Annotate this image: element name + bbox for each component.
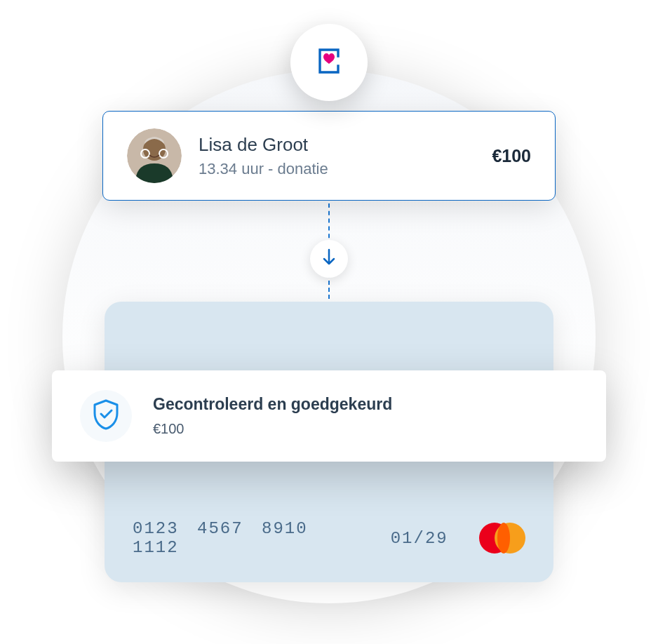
card-bottom-row: 0123 4567 8910 1112 01/29 xyxy=(133,519,525,557)
donation-card: Lisa de Groot 13.34 uur - donatie €100 xyxy=(102,111,556,201)
card-number: 0123 4567 8910 1112 xyxy=(133,519,360,557)
flow-line xyxy=(328,203,330,246)
avatar xyxy=(127,128,182,183)
approval-title: Gecontroleerd en goedgekeurd xyxy=(153,395,578,414)
mastercard-icon xyxy=(479,523,525,554)
shield-check-icon xyxy=(92,399,120,433)
arrow-down-icon xyxy=(321,248,337,269)
card-expiry: 01/29 xyxy=(391,529,448,548)
donation-heart-badge xyxy=(290,24,368,101)
donation-meta: 13.34 uur - donatie xyxy=(199,160,475,178)
arrow-badge xyxy=(310,240,348,278)
donation-amount: €100 xyxy=(492,146,531,166)
donation-info: Lisa de Groot 13.34 uur - donatie xyxy=(199,134,475,178)
approval-card: Gecontroleerd en goedgekeurd €100 xyxy=(52,370,606,462)
approval-info: Gecontroleerd en goedgekeurd €100 xyxy=(153,395,578,437)
heart-box-icon xyxy=(314,46,344,79)
shield-icon-wrap xyxy=(80,390,132,442)
donor-name: Lisa de Groot xyxy=(199,134,475,156)
approval-amount: €100 xyxy=(153,421,578,437)
